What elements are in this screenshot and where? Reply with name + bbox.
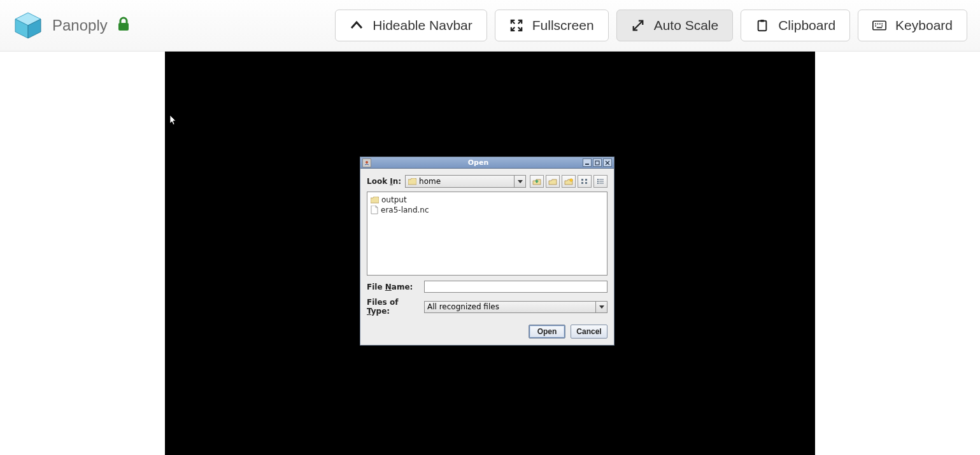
new-folder-button[interactable]: [562, 175, 576, 188]
app-title: Panoply: [52, 17, 108, 34]
file-icon: [371, 206, 378, 214]
minimize-button[interactable]: [583, 158, 592, 167]
files-of-type-combo[interactable]: All recognized files: [424, 301, 607, 313]
list-item[interactable]: era5-land.nc: [370, 205, 604, 215]
svg-rect-25: [581, 179, 583, 181]
fullscreen-icon: [509, 18, 523, 32]
svg-rect-3: [118, 23, 129, 31]
file-list-area[interactable]: output era5-land.nc: [367, 192, 607, 276]
svg-point-15: [881, 23, 883, 24]
svg-rect-30: [599, 179, 604, 180]
look-in-value-area: home: [406, 176, 514, 187]
fullscreen-button[interactable]: Fullscreen: [495, 10, 609, 41]
list-view-button[interactable]: [578, 175, 592, 188]
keyboard-button[interactable]: Keyboard: [858, 10, 967, 41]
files-of-type-row: Files of Type: All recognized files: [367, 298, 607, 316]
svg-point-12: [875, 23, 876, 24]
svg-rect-29: [597, 179, 599, 180]
vnc-desktop[interactable]: Open Look In: home: [165, 52, 815, 455]
svg-rect-33: [597, 183, 599, 184]
open-button[interactable]: Open: [529, 325, 565, 339]
svg-rect-31: [597, 181, 599, 182]
file-name-label: File Name:: [367, 283, 420, 291]
java-app-icon: [362, 158, 371, 167]
home-button[interactable]: [546, 175, 560, 188]
folder-icon: [371, 197, 379, 204]
clipboard-button[interactable]: Clipboard: [741, 10, 850, 41]
window-buttons: [583, 158, 612, 167]
look-in-row: Look In: home: [367, 175, 607, 188]
svg-point-13: [877, 23, 879, 24]
auto-scale-button[interactable]: Auto Scale: [616, 10, 734, 41]
svg-rect-21: [595, 161, 599, 165]
dialog-body: Look In: home: [360, 169, 614, 345]
chevron-up-icon: [350, 18, 364, 32]
combo-arrow-icon[interactable]: [514, 176, 525, 187]
dialog-actions: Open Cancel: [367, 325, 607, 339]
file-chooser-toolbar: [530, 175, 607, 188]
svg-rect-27: [581, 182, 583, 184]
svg-line-8: [633, 21, 643, 31]
expand-arrows-icon: [631, 18, 645, 32]
auto-scale-label: Auto Scale: [654, 18, 719, 33]
svg-rect-11: [873, 21, 886, 30]
combo-arrow-icon[interactable]: [595, 302, 607, 312]
svg-rect-9: [758, 21, 767, 31]
lock-icon: [117, 17, 131, 34]
fullscreen-label: Fullscreen: [532, 18, 594, 33]
mouse-cursor-icon: [169, 115, 178, 129]
files-of-type-value: All recognized files: [425, 302, 595, 312]
svg-rect-18: [877, 27, 882, 29]
svg-rect-34: [599, 183, 604, 184]
list-item-label: output: [381, 195, 407, 204]
list-item-label: era5-land.nc: [381, 206, 429, 214]
keyboard-icon: [872, 18, 886, 32]
hideable-navbar-button[interactable]: Hideable Navbar: [335, 10, 486, 41]
file-name-input[interactable]: [424, 281, 607, 293]
open-file-dialog: Open Look In: home: [360, 157, 614, 346]
svg-rect-26: [585, 179, 587, 181]
folder-icon: [408, 178, 416, 185]
svg-rect-28: [585, 182, 587, 184]
dialog-title: Open: [374, 158, 583, 167]
keyboard-label: Keyboard: [895, 18, 953, 33]
clipboard-icon: [755, 18, 769, 32]
desktop-wrap: Open Look In: home: [0, 52, 980, 455]
files-of-type-label: Files of Type:: [367, 298, 420, 316]
file-name-row: File Name:: [367, 281, 607, 293]
dialog-titlebar[interactable]: Open: [360, 157, 614, 169]
close-button[interactable]: [603, 158, 612, 167]
svg-rect-10: [760, 20, 763, 22]
svg-point-16: [875, 25, 876, 27]
maximize-button[interactable]: [593, 158, 602, 167]
look-in-combo[interactable]: home: [405, 175, 526, 188]
panoply-logo-icon: [13, 10, 43, 41]
hideable-navbar-label: Hideable Navbar: [373, 18, 472, 33]
look-in-label: Look In:: [367, 177, 401, 186]
navbar-left: Panoply: [13, 10, 131, 41]
clipboard-label: Clipboard: [778, 18, 835, 33]
svg-point-19: [366, 161, 368, 164]
svg-rect-20: [585, 164, 589, 165]
top-navbar: Panoply Hideable Navbar: [0, 0, 980, 52]
cancel-button[interactable]: Cancel: [571, 325, 607, 339]
list-item[interactable]: output: [370, 195, 604, 205]
svg-point-14: [879, 23, 881, 24]
svg-rect-32: [599, 181, 604, 182]
svg-point-17: [881, 25, 883, 27]
up-one-level-button[interactable]: [530, 175, 544, 188]
svg-point-24: [570, 179, 572, 181]
details-view-button[interactable]: [593, 175, 607, 188]
look-in-value: home: [419, 177, 441, 186]
navbar-right: Hideable Navbar Fullscreen: [335, 10, 967, 41]
